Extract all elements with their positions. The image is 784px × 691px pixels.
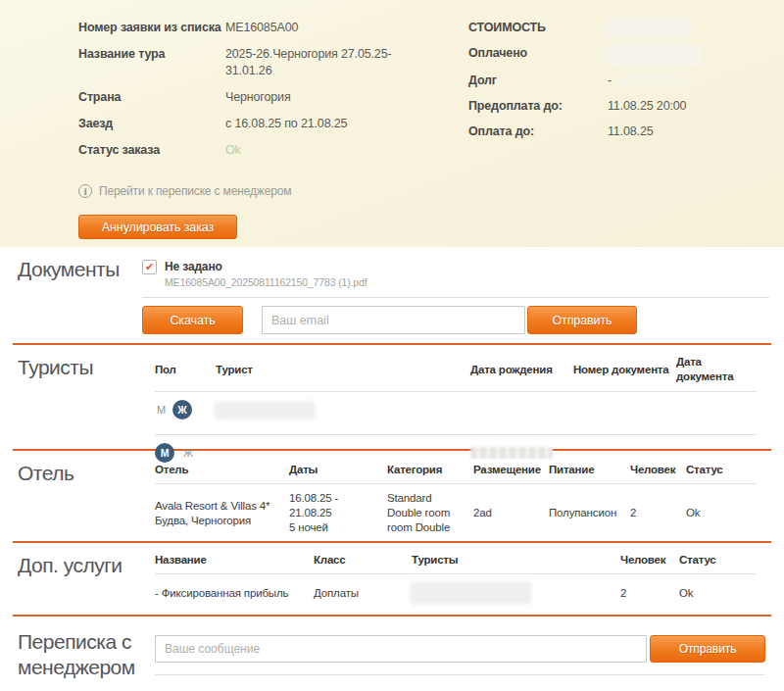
goto-chat-link[interactable]: i Перейти к переписке с менеджером bbox=[78, 184, 784, 198]
hotel-status-cell: Ok bbox=[686, 499, 757, 520]
redacted-birthdate bbox=[470, 447, 553, 459]
col-header-doc-number: Номер документа bbox=[573, 363, 676, 377]
cancel-order-button[interactable]: Аннулировать заказ bbox=[78, 215, 237, 239]
redacted-service-tourists bbox=[412, 583, 530, 603]
col-header-persons: Человек bbox=[620, 553, 679, 568]
document-checkbox[interactable]: ✔ bbox=[142, 260, 157, 274]
redacted-value bbox=[608, 21, 690, 35]
col-header-hotel: Отель bbox=[155, 463, 289, 477]
field-prepay-due: Предоплата до: 11.08.25 20:00 bbox=[468, 98, 764, 115]
service-tourists-cell bbox=[412, 574, 620, 603]
col-header-tourist: Турист bbox=[216, 363, 470, 377]
field-pay-due: Оплата до: 11.08.25 bbox=[468, 123, 764, 140]
col-header-class: Класс bbox=[314, 553, 412, 568]
field-label: Долг bbox=[468, 73, 608, 89]
col-header-name: Название bbox=[155, 553, 314, 568]
field-label: Номер заявки из списка bbox=[78, 20, 225, 36]
redacted-value bbox=[619, 75, 684, 86]
field-value: - bbox=[608, 74, 612, 87]
hotel-accommodation-cell: 2ad bbox=[473, 499, 549, 520]
field-value: 11.08.25 20:00 bbox=[608, 98, 686, 115]
hotel-name-cell: Avala Resort & Villas 4* Будва, Черногор… bbox=[155, 492, 289, 528]
goto-chat-label: Перейти к переписке с менеджером bbox=[99, 184, 291, 198]
col-header-status: Статус bbox=[679, 553, 757, 568]
hotel-location: Будва, Черногория bbox=[155, 514, 283, 528]
hotel-category: Standard Double room room Double bbox=[387, 491, 458, 535]
divider bbox=[155, 674, 764, 675]
field-label: СТОИМОСТЬ bbox=[468, 20, 608, 36]
status-value: Ok bbox=[225, 142, 241, 159]
send-message-button[interactable]: Отправить bbox=[650, 635, 765, 663]
document-checkbox-label: Не задано bbox=[165, 260, 367, 274]
hotel-persons-cell: 2 bbox=[630, 499, 686, 520]
hotel-nights: 5 ночей bbox=[289, 520, 381, 535]
redacted-value bbox=[608, 47, 699, 64]
send-document-button[interactable]: Отправить bbox=[527, 306, 637, 334]
field-paid: Оплачено bbox=[468, 45, 764, 64]
section-title-chat: Переписка с менеджером bbox=[13, 617, 155, 691]
hotel-dates-cell: 16.08.25 - 21.08.25 5 ночей bbox=[289, 484, 387, 535]
section-title-tourists: Туристы bbox=[13, 345, 155, 449]
section-title-documents: Документы bbox=[0, 247, 142, 343]
field-value: ME16085A00 bbox=[225, 20, 298, 36]
field-order-number: Номер заявки из списка ME16085A00 bbox=[78, 20, 468, 36]
divider bbox=[155, 434, 757, 435]
field-value: с 16.08.25 по 21.08.25 bbox=[225, 116, 347, 132]
divider bbox=[155, 391, 757, 392]
field-value: 11.08.25 bbox=[608, 123, 654, 140]
col-header-gender: Пол bbox=[155, 363, 216, 377]
field-label: Название тура bbox=[78, 46, 225, 79]
field-label: Предоплата до: bbox=[468, 98, 608, 115]
field-debt: Долг - bbox=[468, 73, 764, 89]
document-filename[interactable]: ME16085A00_20250811162150_7783 (1).pdf bbox=[165, 276, 367, 288]
service-name-cell: - Фиксированная прибыль bbox=[155, 577, 314, 601]
col-header-meal: Питание bbox=[549, 463, 630, 477]
chat-section: Переписка с менеджером Отправить bbox=[13, 615, 771, 691]
field-label: Оплата до: bbox=[468, 123, 608, 140]
tourists-section: Туристы Пол Турист Дата рождения Номер д… bbox=[13, 343, 771, 449]
field-value: 2025-26.Черногория 27.05.25-31.01.26 bbox=[225, 46, 436, 79]
tourist-name-cell bbox=[216, 403, 470, 418]
hotel-section: Отель Отель Даты Категория Размещение Пи… bbox=[13, 449, 771, 541]
tourist-row-gender: М Ж bbox=[155, 392, 216, 427]
hotel-name: Avala Resort & Villas 4* bbox=[155, 499, 283, 514]
services-section: Доп. услуги Название Класс Туристы Челов… bbox=[13, 541, 771, 615]
download-button[interactable]: Скачать bbox=[142, 306, 243, 334]
service-persons-cell: 2 bbox=[620, 577, 679, 601]
documents-section: Документы ✔ Не задано ME16085A00_2025081… bbox=[0, 247, 784, 343]
hotel-dates: 16.08.25 - 21.08.25 bbox=[289, 491, 381, 520]
hotel-category-cell: Standard Double room room Double bbox=[387, 484, 473, 535]
order-fields-right: СТОИМОСТЬ Оплачено Долг - Предоплата до:… bbox=[468, 20, 784, 169]
divider bbox=[142, 297, 769, 298]
col-header-persons: Человек bbox=[630, 463, 686, 477]
gender-selected-female-badge[interactable]: Ж bbox=[172, 400, 192, 420]
email-input[interactable] bbox=[262, 306, 525, 334]
hotel-meal-cell: Полупансион bbox=[549, 499, 630, 520]
field-label: Оплачено bbox=[468, 45, 608, 64]
field-label: Страна bbox=[78, 89, 225, 106]
field-country: Страна Черногория bbox=[78, 89, 468, 106]
col-header-status: Статус bbox=[686, 463, 757, 477]
message-input[interactable] bbox=[155, 635, 647, 663]
field-tour-name: Название тура 2025-26.Черногория 27.05.2… bbox=[78, 46, 468, 79]
col-header-tourists: Туристы bbox=[412, 553, 620, 568]
info-icon: i bbox=[78, 184, 92, 198]
field-checkin: Заезд с 16.08.25 по 21.08.25 bbox=[78, 116, 468, 132]
order-page: Номер заявки из списка ME16085A00 Назван… bbox=[0, 0, 784, 691]
col-header-accommodation: Размещение bbox=[473, 463, 549, 477]
field-label: Заезд bbox=[78, 116, 225, 132]
service-status-cell: Ok bbox=[679, 577, 757, 601]
section-title-services: Доп. услуги bbox=[13, 543, 155, 615]
field-label: Статус заказа bbox=[78, 142, 225, 159]
col-header-doc-date: Дата документа bbox=[676, 355, 757, 384]
order-fields-left: Номер заявки из списка ME16085A00 Назван… bbox=[78, 20, 468, 169]
redacted-tourist-name bbox=[216, 403, 314, 418]
gender-option-male[interactable]: М bbox=[157, 404, 166, 416]
col-header-birthdate: Дата рождения bbox=[470, 363, 573, 377]
order-summary: Номер заявки из списка ME16085A00 Назван… bbox=[0, 0, 784, 247]
service-class-cell: Доплаты bbox=[314, 577, 412, 601]
field-cost: СТОИМОСТЬ bbox=[468, 20, 764, 36]
col-header-category: Категория bbox=[387, 463, 473, 477]
field-order-status: Статус заказа Ok bbox=[78, 142, 468, 159]
section-title-hotel: Отель bbox=[13, 451, 155, 541]
